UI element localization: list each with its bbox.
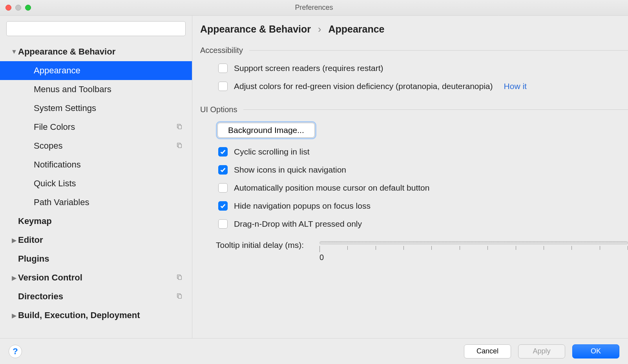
- sidebar-item-label: Scopes: [34, 141, 176, 151]
- option-screen-readers[interactable]: Support screen readers (requires restart…: [218, 64, 628, 73]
- sidebar-item-path-variables[interactable]: Path Variables: [0, 193, 192, 212]
- minimize-window-button[interactable]: [15, 5, 21, 11]
- close-window-button[interactable]: [5, 5, 11, 11]
- project-level-icon: [176, 293, 185, 301]
- breadcrumb-parent: Appearance & Behavior: [200, 24, 311, 35]
- project-level-icon: [176, 142, 185, 150]
- option-auto-mouse[interactable]: Automatically position mouse cursor on d…: [218, 183, 628, 193]
- slider-ticks: [319, 246, 628, 252]
- section-accessibility-title: Accessibility: [200, 46, 243, 55]
- svg-rect-5: [178, 144, 181, 147]
- option-hide-popups[interactable]: Hide navigation popups on focus loss: [218, 201, 628, 211]
- apply-button[interactable]: Apply: [518, 344, 565, 359]
- sidebar-item-label: Appearance: [34, 66, 192, 76]
- disclosure-icon: ▼: [10, 48, 18, 55]
- main-panel: Appearance & Behavior › Appearance Acces…: [192, 16, 628, 338]
- sidebar-item-notifications[interactable]: Notifications: [0, 155, 192, 174]
- disclosure-icon: ▶: [10, 274, 18, 282]
- option-screen-readers-label: Support screen readers (requires restart…: [234, 64, 383, 73]
- disclosure-icon: ▶: [10, 237, 18, 244]
- checkbox-screen-readers[interactable]: [218, 64, 228, 73]
- sidebar-item-label: File Colors: [34, 122, 176, 132]
- settings-tree: ▼Appearance & BehaviorAppearanceMenus an…: [0, 42, 192, 325]
- search-input[interactable]: [6, 21, 186, 36]
- sidebar-item-plugins[interactable]: Plugins: [0, 249, 192, 268]
- breadcrumb-separator-icon: ›: [318, 24, 321, 35]
- option-hide-popups-label: Hide navigation popups on focus loss: [234, 201, 371, 211]
- slider-value-0: 0: [319, 253, 628, 262]
- sidebar-item-label: Quick Lists: [34, 178, 192, 189]
- breadcrumb: Appearance & Behavior › Appearance: [200, 24, 628, 35]
- background-image-button[interactable]: Background Image...: [217, 123, 315, 138]
- checkbox-hide-popups[interactable]: [218, 201, 228, 211]
- how-it-works-link[interactable]: How it: [504, 82, 527, 91]
- svg-rect-9: [178, 295, 181, 298]
- sidebar-item-menus-and-toolbars[interactable]: Menus and Toolbars: [0, 80, 192, 99]
- sidebar-item-scopes[interactable]: Scopes: [0, 136, 192, 155]
- ok-button[interactable]: OK: [572, 344, 619, 359]
- sidebar-item-system-settings[interactable]: System Settings: [0, 99, 192, 118]
- option-auto-mouse-label: Automatically position mouse cursor on d…: [234, 183, 429, 193]
- section-accessibility-header: Accessibility: [200, 46, 628, 55]
- sidebar-item-label: Plugins: [18, 254, 192, 264]
- tooltip-delay-row: Tooltip initial delay (ms): 0: [216, 240, 628, 262]
- sidebar-item-label: System Settings: [34, 103, 192, 113]
- checkbox-color-deficiency[interactable]: [218, 82, 228, 91]
- sidebar-item-directories[interactable]: Directories: [0, 287, 192, 306]
- sidebar-item-label: Keymap: [18, 216, 192, 226]
- sidebar-item-label: Menus and Toolbars: [34, 84, 192, 95]
- maximize-window-button[interactable]: [25, 5, 31, 11]
- sidebar-item-file-colors[interactable]: File Colors: [0, 118, 192, 136]
- sidebar-item-editor[interactable]: ▶Editor: [0, 231, 192, 249]
- divider: [249, 50, 628, 51]
- sidebar-item-quick-lists[interactable]: Quick Lists: [0, 174, 192, 193]
- disclosure-icon: ▶: [10, 312, 18, 319]
- titlebar: Preferences: [0, 0, 628, 16]
- window-title: Preferences: [0, 4, 628, 12]
- checkbox-cyclic-scrolling[interactable]: [218, 147, 228, 157]
- svg-rect-3: [178, 125, 181, 129]
- sidebar-item-appearance-behavior[interactable]: ▼Appearance & Behavior: [0, 42, 192, 61]
- breadcrumb-current: Appearance: [328, 24, 384, 35]
- sidebar-item-label: Path Variables: [34, 197, 192, 207]
- help-button[interactable]: ?: [9, 345, 22, 358]
- sidebar-item-version-control[interactable]: ▶Version Control: [0, 268, 192, 287]
- sidebar-item-label: Appearance & Behavior: [18, 47, 192, 57]
- option-color-deficiency-label: Adjust colors for red-green vision defic…: [234, 82, 493, 91]
- checkbox-auto-mouse[interactable]: [218, 183, 228, 193]
- divider: [243, 109, 628, 110]
- option-cyclic-scrolling[interactable]: Cyclic scrolling in list: [218, 147, 628, 157]
- cancel-button[interactable]: Cancel: [464, 344, 511, 359]
- sidebar-item-label: Editor: [18, 235, 192, 245]
- option-icons-quicknav[interactable]: Show icons in quick navigation: [218, 165, 628, 175]
- checkbox-dnd-alt[interactable]: [218, 219, 228, 229]
- sidebar-item-build-execution-deployment[interactable]: ▶Build, Execution, Deployment: [0, 306, 192, 325]
- sidebar: ▼Appearance & BehaviorAppearanceMenus an…: [0, 16, 192, 338]
- window-controls: [0, 5, 31, 11]
- sidebar-item-label: Version Control: [18, 273, 176, 283]
- option-color-deficiency[interactable]: Adjust colors for red-green vision defic…: [218, 82, 628, 91]
- option-cyclic-scrolling-label: Cyclic scrolling in list: [234, 147, 310, 157]
- option-icons-quicknav-label: Show icons in quick navigation: [234, 165, 346, 175]
- svg-rect-7: [178, 276, 181, 279]
- project-level-icon: [176, 274, 185, 282]
- sidebar-item-keymap[interactable]: Keymap: [0, 212, 192, 231]
- checkbox-icons-quicknav[interactable]: [218, 165, 228, 175]
- option-dnd-alt[interactable]: Drag-n-Drop with ALT pressed only: [218, 219, 628, 229]
- sidebar-item-appearance[interactable]: Appearance: [0, 61, 192, 80]
- tooltip-delay-label: Tooltip initial delay (ms):: [216, 240, 304, 250]
- sidebar-item-label: Notifications: [34, 160, 192, 170]
- section-ui-options-title: UI Options: [200, 105, 237, 114]
- option-dnd-alt-label: Drag-n-Drop with ALT pressed only: [234, 219, 362, 229]
- section-ui-options-header: UI Options: [200, 105, 628, 114]
- tooltip-delay-slider[interactable]: [319, 241, 628, 244]
- project-level-icon: [176, 123, 185, 131]
- footer: ? Cancel Apply OK: [0, 338, 628, 364]
- sidebar-item-label: Build, Execution, Deployment: [18, 310, 192, 320]
- sidebar-item-label: Directories: [18, 291, 176, 302]
